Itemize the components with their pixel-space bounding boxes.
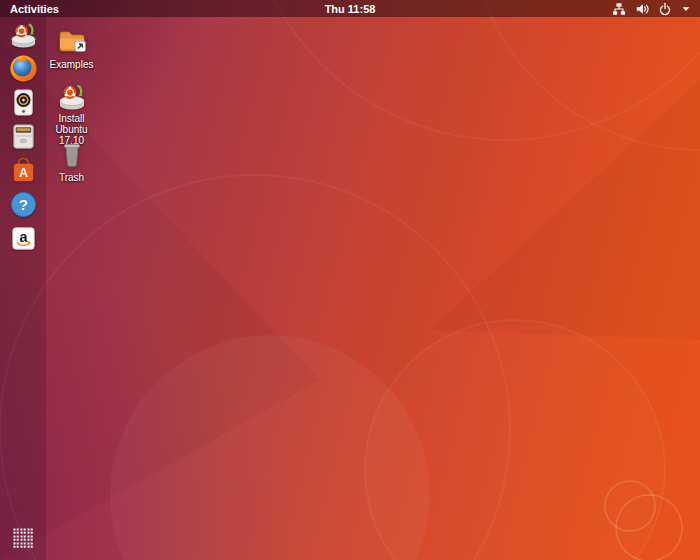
- network-wired-icon: [612, 2, 626, 16]
- desktop-icon-trash[interactable]: Trash: [47, 139, 96, 183]
- amazon-letter: a: [19, 228, 28, 244]
- desktop-icon-label: Examples: [50, 59, 94, 70]
- rhythmbox-icon: [8, 87, 39, 118]
- desktop-icon-examples[interactable]: Examples: [47, 26, 96, 70]
- show-applications-icon[interactable]: [12, 527, 34, 549]
- firefox-icon: [8, 53, 39, 84]
- examples-folder-icon: [56, 26, 88, 58]
- dock-item-amazon[interactable]: a: [0, 221, 46, 255]
- clock-button[interactable]: Thu 11:58: [317, 0, 384, 17]
- power-icon: [658, 2, 672, 16]
- help-icon: ?: [8, 189, 39, 220]
- help-glyph: ?: [18, 196, 27, 213]
- install-ubuntu-icon: [56, 80, 88, 112]
- volume-icon: [635, 2, 649, 16]
- dock: A ? a: [0, 17, 46, 560]
- desktop-icon-label: Trash: [59, 172, 84, 183]
- trash-icon: [56, 139, 88, 171]
- dock-item-firefox[interactable]: [0, 51, 46, 85]
- activities-button[interactable]: Activities: [0, 0, 69, 17]
- dock-item-files[interactable]: [0, 119, 46, 153]
- top-bar: Activities Thu 11:58: [0, 0, 700, 17]
- install-ubuntu-icon: [8, 19, 39, 50]
- system-status-area[interactable]: [603, 0, 700, 17]
- ubuntu-software-icon: A: [8, 155, 39, 186]
- files-icon: [8, 121, 39, 152]
- dock-item-ubuntu-software[interactable]: A: [0, 153, 46, 187]
- dock-item-help[interactable]: ?: [0, 187, 46, 221]
- software-letter: A: [18, 166, 27, 180]
- dock-item-install-ubuntu[interactable]: [0, 17, 46, 51]
- amazon-icon: a: [8, 223, 39, 254]
- dropdown-caret-icon: [681, 4, 691, 14]
- desktop-icon-install-ubuntu[interactable]: Install Ubuntu 17.10: [47, 80, 96, 146]
- wallpaper-circles: [0, 0, 700, 560]
- dock-item-rhythmbox[interactable]: [0, 85, 46, 119]
- desktop-wallpaper: Activities Thu 11:58: [0, 0, 700, 560]
